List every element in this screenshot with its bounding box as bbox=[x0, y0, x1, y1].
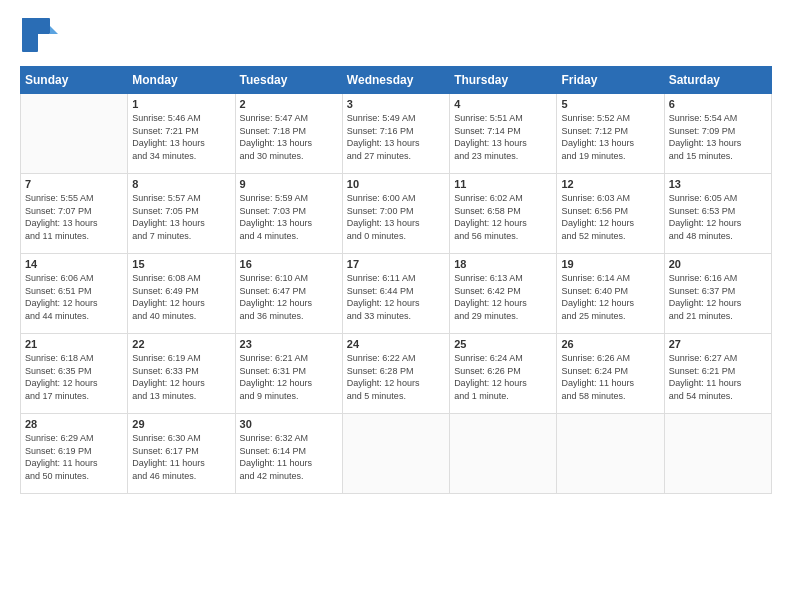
calendar-cell: 9Sunrise: 5:59 AM Sunset: 7:03 PM Daylig… bbox=[235, 174, 342, 254]
weekday-header-tuesday: Tuesday bbox=[235, 67, 342, 94]
day-number: 13 bbox=[669, 178, 767, 190]
day-info: Sunrise: 6:13 AM Sunset: 6:42 PM Dayligh… bbox=[454, 272, 552, 322]
weekday-header-row: SundayMondayTuesdayWednesdayThursdayFrid… bbox=[21, 67, 772, 94]
day-info: Sunrise: 6:10 AM Sunset: 6:47 PM Dayligh… bbox=[240, 272, 338, 322]
day-info: Sunrise: 6:19 AM Sunset: 6:33 PM Dayligh… bbox=[132, 352, 230, 402]
day-info: Sunrise: 5:49 AM Sunset: 7:16 PM Dayligh… bbox=[347, 112, 445, 162]
day-info: Sunrise: 6:30 AM Sunset: 6:17 PM Dayligh… bbox=[132, 432, 230, 482]
calendar-cell: 26Sunrise: 6:26 AM Sunset: 6:24 PM Dayli… bbox=[557, 334, 664, 414]
calendar-cell: 12Sunrise: 6:03 AM Sunset: 6:56 PM Dayli… bbox=[557, 174, 664, 254]
day-number: 17 bbox=[347, 258, 445, 270]
day-number: 10 bbox=[347, 178, 445, 190]
day-info: Sunrise: 6:27 AM Sunset: 6:21 PM Dayligh… bbox=[669, 352, 767, 402]
day-info: Sunrise: 6:18 AM Sunset: 6:35 PM Dayligh… bbox=[25, 352, 123, 402]
day-number: 6 bbox=[669, 98, 767, 110]
day-number: 11 bbox=[454, 178, 552, 190]
calendar-cell: 7Sunrise: 5:55 AM Sunset: 7:07 PM Daylig… bbox=[21, 174, 128, 254]
day-number: 27 bbox=[669, 338, 767, 350]
day-info: Sunrise: 6:14 AM Sunset: 6:40 PM Dayligh… bbox=[561, 272, 659, 322]
week-row-5: 28Sunrise: 6:29 AM Sunset: 6:19 PM Dayli… bbox=[21, 414, 772, 494]
week-row-4: 21Sunrise: 6:18 AM Sunset: 6:35 PM Dayli… bbox=[21, 334, 772, 414]
calendar-cell: 3Sunrise: 5:49 AM Sunset: 7:16 PM Daylig… bbox=[342, 94, 449, 174]
day-number: 30 bbox=[240, 418, 338, 430]
calendar-cell: 16Sunrise: 6:10 AM Sunset: 6:47 PM Dayli… bbox=[235, 254, 342, 334]
weekday-header-monday: Monday bbox=[128, 67, 235, 94]
calendar-cell bbox=[664, 414, 771, 494]
weekday-header-thursday: Thursday bbox=[450, 67, 557, 94]
calendar-cell bbox=[450, 414, 557, 494]
day-number: 2 bbox=[240, 98, 338, 110]
day-info: Sunrise: 5:47 AM Sunset: 7:18 PM Dayligh… bbox=[240, 112, 338, 162]
day-info: Sunrise: 5:51 AM Sunset: 7:14 PM Dayligh… bbox=[454, 112, 552, 162]
day-number: 3 bbox=[347, 98, 445, 110]
calendar-cell: 29Sunrise: 6:30 AM Sunset: 6:17 PM Dayli… bbox=[128, 414, 235, 494]
day-number: 28 bbox=[25, 418, 123, 430]
day-number: 5 bbox=[561, 98, 659, 110]
day-info: Sunrise: 5:55 AM Sunset: 7:07 PM Dayligh… bbox=[25, 192, 123, 242]
day-number: 22 bbox=[132, 338, 230, 350]
day-number: 16 bbox=[240, 258, 338, 270]
logo bbox=[20, 16, 58, 54]
calendar-cell: 20Sunrise: 6:16 AM Sunset: 6:37 PM Dayli… bbox=[664, 254, 771, 334]
day-number: 7 bbox=[25, 178, 123, 190]
week-row-1: 1Sunrise: 5:46 AM Sunset: 7:21 PM Daylig… bbox=[21, 94, 772, 174]
day-number: 23 bbox=[240, 338, 338, 350]
day-number: 1 bbox=[132, 98, 230, 110]
calendar-cell bbox=[342, 414, 449, 494]
calendar-cell: 25Sunrise: 6:24 AM Sunset: 6:26 PM Dayli… bbox=[450, 334, 557, 414]
day-info: Sunrise: 6:16 AM Sunset: 6:37 PM Dayligh… bbox=[669, 272, 767, 322]
svg-marker-2 bbox=[50, 26, 58, 34]
day-number: 20 bbox=[669, 258, 767, 270]
day-info: Sunrise: 6:22 AM Sunset: 6:28 PM Dayligh… bbox=[347, 352, 445, 402]
weekday-header-friday: Friday bbox=[557, 67, 664, 94]
calendar-cell: 13Sunrise: 6:05 AM Sunset: 6:53 PM Dayli… bbox=[664, 174, 771, 254]
week-row-2: 7Sunrise: 5:55 AM Sunset: 7:07 PM Daylig… bbox=[21, 174, 772, 254]
day-info: Sunrise: 6:32 AM Sunset: 6:14 PM Dayligh… bbox=[240, 432, 338, 482]
page-container: SundayMondayTuesdayWednesdayThursdayFrid… bbox=[0, 0, 792, 504]
day-number: 14 bbox=[25, 258, 123, 270]
day-number: 9 bbox=[240, 178, 338, 190]
day-number: 18 bbox=[454, 258, 552, 270]
day-number: 24 bbox=[347, 338, 445, 350]
calendar-cell: 4Sunrise: 5:51 AM Sunset: 7:14 PM Daylig… bbox=[450, 94, 557, 174]
calendar-cell bbox=[557, 414, 664, 494]
day-info: Sunrise: 6:26 AM Sunset: 6:24 PM Dayligh… bbox=[561, 352, 659, 402]
weekday-header-wednesday: Wednesday bbox=[342, 67, 449, 94]
day-info: Sunrise: 6:11 AM Sunset: 6:44 PM Dayligh… bbox=[347, 272, 445, 322]
calendar-cell: 8Sunrise: 5:57 AM Sunset: 7:05 PM Daylig… bbox=[128, 174, 235, 254]
day-number: 21 bbox=[25, 338, 123, 350]
calendar-cell: 6Sunrise: 5:54 AM Sunset: 7:09 PM Daylig… bbox=[664, 94, 771, 174]
logo-icon bbox=[20, 16, 58, 54]
svg-rect-1 bbox=[22, 18, 50, 34]
day-info: Sunrise: 6:21 AM Sunset: 6:31 PM Dayligh… bbox=[240, 352, 338, 402]
week-row-3: 14Sunrise: 6:06 AM Sunset: 6:51 PM Dayli… bbox=[21, 254, 772, 334]
day-info: Sunrise: 6:29 AM Sunset: 6:19 PM Dayligh… bbox=[25, 432, 123, 482]
day-info: Sunrise: 5:57 AM Sunset: 7:05 PM Dayligh… bbox=[132, 192, 230, 242]
calendar-cell: 2Sunrise: 5:47 AM Sunset: 7:18 PM Daylig… bbox=[235, 94, 342, 174]
calendar-cell: 27Sunrise: 6:27 AM Sunset: 6:21 PM Dayli… bbox=[664, 334, 771, 414]
calendar-table: SundayMondayTuesdayWednesdayThursdayFrid… bbox=[20, 66, 772, 494]
calendar-cell bbox=[21, 94, 128, 174]
calendar-cell: 5Sunrise: 5:52 AM Sunset: 7:12 PM Daylig… bbox=[557, 94, 664, 174]
header bbox=[20, 16, 772, 54]
day-info: Sunrise: 6:08 AM Sunset: 6:49 PM Dayligh… bbox=[132, 272, 230, 322]
day-info: Sunrise: 6:24 AM Sunset: 6:26 PM Dayligh… bbox=[454, 352, 552, 402]
day-info: Sunrise: 5:59 AM Sunset: 7:03 PM Dayligh… bbox=[240, 192, 338, 242]
calendar-cell: 21Sunrise: 6:18 AM Sunset: 6:35 PM Dayli… bbox=[21, 334, 128, 414]
day-info: Sunrise: 5:54 AM Sunset: 7:09 PM Dayligh… bbox=[669, 112, 767, 162]
weekday-header-saturday: Saturday bbox=[664, 67, 771, 94]
calendar-cell: 1Sunrise: 5:46 AM Sunset: 7:21 PM Daylig… bbox=[128, 94, 235, 174]
calendar-cell: 23Sunrise: 6:21 AM Sunset: 6:31 PM Dayli… bbox=[235, 334, 342, 414]
calendar-cell: 17Sunrise: 6:11 AM Sunset: 6:44 PM Dayli… bbox=[342, 254, 449, 334]
calendar-cell: 14Sunrise: 6:06 AM Sunset: 6:51 PM Dayli… bbox=[21, 254, 128, 334]
day-number: 4 bbox=[454, 98, 552, 110]
day-info: Sunrise: 6:02 AM Sunset: 6:58 PM Dayligh… bbox=[454, 192, 552, 242]
calendar-cell: 22Sunrise: 6:19 AM Sunset: 6:33 PM Dayli… bbox=[128, 334, 235, 414]
day-number: 25 bbox=[454, 338, 552, 350]
day-info: Sunrise: 6:06 AM Sunset: 6:51 PM Dayligh… bbox=[25, 272, 123, 322]
calendar-cell: 28Sunrise: 6:29 AM Sunset: 6:19 PM Dayli… bbox=[21, 414, 128, 494]
calendar-cell: 10Sunrise: 6:00 AM Sunset: 7:00 PM Dayli… bbox=[342, 174, 449, 254]
day-info: Sunrise: 5:52 AM Sunset: 7:12 PM Dayligh… bbox=[561, 112, 659, 162]
day-info: Sunrise: 6:05 AM Sunset: 6:53 PM Dayligh… bbox=[669, 192, 767, 242]
day-number: 15 bbox=[132, 258, 230, 270]
